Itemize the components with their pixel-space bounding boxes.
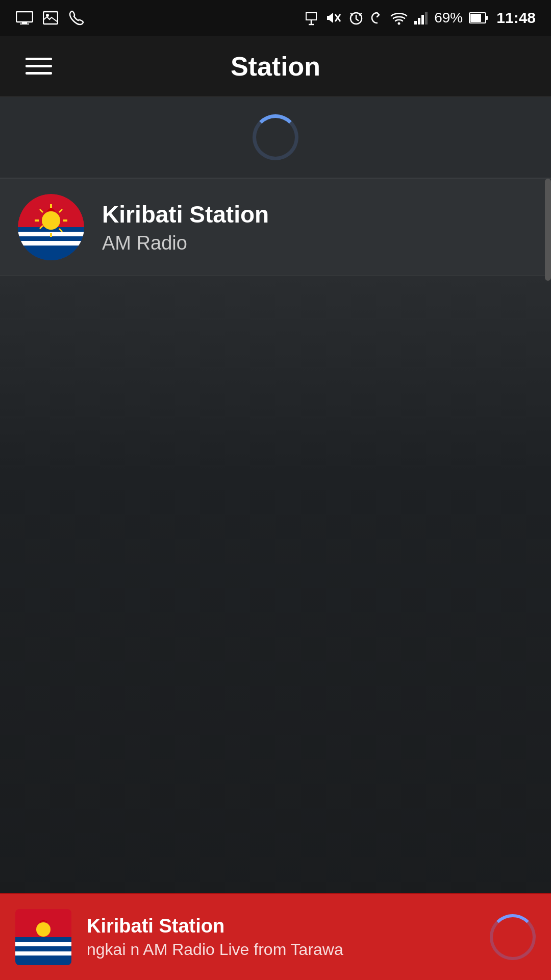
station-type: AM Radio bbox=[102, 232, 533, 254]
svg-rect-38 bbox=[15, 942, 71, 946]
bottom-player-bar[interactable]: Kiribati Station ngkai n AM Radio Live f… bbox=[0, 893, 551, 980]
svg-rect-40 bbox=[15, 951, 71, 955]
screen-icon bbox=[15, 11, 34, 25]
svg-rect-9 bbox=[414, 21, 417, 24]
phone-icon bbox=[67, 11, 86, 25]
svg-rect-10 bbox=[418, 18, 420, 24]
status-bar-left-icons bbox=[15, 11, 86, 25]
bottom-player-spinner bbox=[490, 914, 536, 960]
svg-rect-0 bbox=[16, 12, 33, 22]
hamburger-line-2 bbox=[26, 65, 52, 67]
app-header: Station bbox=[0, 36, 551, 97]
station-name: Kiribati Station bbox=[102, 201, 533, 228]
svg-point-42 bbox=[36, 922, 51, 937]
svg-rect-39 bbox=[15, 946, 71, 951]
svg-rect-15 bbox=[486, 16, 488, 20]
scrollbar[interactable] bbox=[545, 179, 551, 281]
station-item[interactable]: Kiribati Station AM Radio bbox=[0, 179, 551, 276]
page-title: Station bbox=[231, 51, 320, 82]
svg-rect-41 bbox=[15, 955, 71, 965]
status-time: 11:48 bbox=[496, 9, 536, 27]
svg-rect-21 bbox=[18, 241, 84, 246]
svg-rect-22 bbox=[18, 246, 84, 250]
svg-point-25 bbox=[42, 211, 60, 230]
station-list: Kiribati Station AM Radio bbox=[0, 179, 551, 276]
status-bar: 69% 11:48 bbox=[0, 0, 551, 36]
svg-point-4 bbox=[46, 14, 49, 17]
svg-rect-37 bbox=[15, 937, 71, 942]
bottom-player-info: Kiribati Station ngkai n AM Radio Live f… bbox=[87, 915, 490, 959]
status-bar-right-icons: 69% 11:48 bbox=[304, 9, 536, 27]
bottom-player-subtitle: ngkai n AM Radio Live from Tarawa bbox=[87, 940, 490, 959]
image-icon bbox=[41, 11, 60, 25]
svg-rect-11 bbox=[421, 15, 424, 24]
svg-rect-20 bbox=[18, 236, 84, 241]
bottom-player-logo bbox=[15, 909, 71, 965]
svg-rect-14 bbox=[470, 14, 481, 22]
svg-rect-23 bbox=[18, 250, 84, 260]
hamburger-line-3 bbox=[26, 72, 52, 75]
hamburger-line-1 bbox=[26, 58, 52, 60]
main-content bbox=[0, 276, 551, 935]
station-info: Kiribati Station AM Radio bbox=[102, 201, 533, 254]
station-logo bbox=[18, 194, 84, 260]
bottom-player-title: Kiribati Station bbox=[87, 915, 490, 937]
svg-point-8 bbox=[398, 22, 400, 25]
svg-rect-2 bbox=[20, 23, 29, 24]
menu-button[interactable] bbox=[20, 53, 57, 80]
loading-spinner bbox=[253, 114, 298, 160]
battery-percentage: 69% bbox=[434, 10, 463, 26]
loading-area bbox=[0, 97, 551, 179]
svg-rect-12 bbox=[425, 12, 428, 24]
